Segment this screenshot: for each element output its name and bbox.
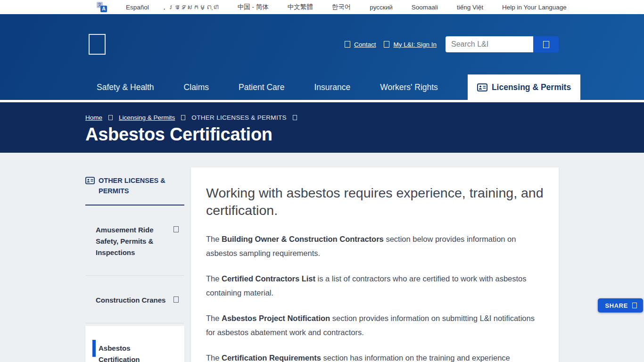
breadcrumb-separator-icon <box>181 115 185 120</box>
search-input[interactable] <box>446 36 533 52</box>
sidebar-header-label: OTHER LICENSES & PERMITS <box>99 175 184 197</box>
sidebar-item-label: Asbestos Certification <box>99 343 169 362</box>
id-card-icon <box>477 83 487 91</box>
page-title: Asbestos Certification <box>85 124 559 145</box>
breadcrumb-current: OTHER LICENSES & PERMITS <box>191 114 287 121</box>
breadcrumb-trailing-icon <box>293 115 297 120</box>
nav-active-label: Licensing & Permits <box>492 82 571 92</box>
lni-logo-placeholder[interactable] <box>89 34 106 55</box>
bold-term: Certification Requirements <box>222 354 321 362</box>
sidebar: OTHER LICENSES & PERMITS Amusement Ride … <box>85 153 184 362</box>
sidebar-item-label: Construction Cranes <box>96 295 165 306</box>
language-link-chinese-simplified[interactable]: 中国 - 简体 <box>238 3 269 11</box>
language-bar: 文 A Español ប្រទេសកម្ពុជា 中国 - 简体 中文繁體 한… <box>0 0 644 14</box>
language-link-korean[interactable]: 한국어 <box>332 3 351 11</box>
active-indicator-bar <box>92 340 96 357</box>
paragraph-certified-contractors: The Certified Contractors List is a list… <box>206 272 544 300</box>
nav-item-workers-rights[interactable]: Workers' Rights <box>380 74 438 100</box>
chevron-icon <box>173 296 179 303</box>
content-area: OTHER LICENSES & PERMITS Amusement Ride … <box>85 153 559 362</box>
breadcrumb: Home Licensing & Permits OTHER LICENSES … <box>85 102 559 121</box>
my-lni-sign-in-link[interactable]: My L&I: Sign In <box>393 41 437 48</box>
main-navigation: Safety & Health Claims Patient Care Insu… <box>85 74 559 100</box>
id-card-icon <box>85 177 95 184</box>
nav-item-patient-care[interactable]: Patient Care <box>239 74 284 100</box>
nav-item-licensing-permits-active[interactable]: Licensing & Permits <box>468 74 580 100</box>
contact-group: Contact <box>345 41 376 48</box>
nav-item-insurance[interactable]: Insurance <box>314 74 350 100</box>
signin-group: My L&I: Sign In <box>384 41 437 48</box>
share-icon <box>632 303 637 308</box>
breadcrumb-section-link[interactable]: Licensing & Permits <box>119 114 175 121</box>
search-button[interactable] <box>533 36 559 52</box>
translate-icon: 文 A <box>97 2 107 12</box>
sidebar-item-label: Amusement Ride Safety, Permits & Inspect… <box>96 224 166 258</box>
sidebar-item-asbestos-certification[interactable]: Asbestos Certification <box>85 326 184 362</box>
search-bar <box>446 36 559 52</box>
bold-term: Asbestos Project Notification <box>222 314 330 322</box>
breadcrumb-separator-icon <box>108 115 113 120</box>
sidebar-item-construction-cranes[interactable]: Construction Cranes <box>85 276 184 323</box>
content-heading: Working with asbestos requires experienc… <box>206 184 544 219</box>
site-header: Contact My L&I: Sign In Safety & Health … <box>0 14 644 100</box>
share-button[interactable]: SHARE <box>598 298 643 313</box>
language-link-vietnamese[interactable]: tiếng Việt <box>457 4 483 11</box>
page-hero: Home Licensing & Permits OTHER LICENSES … <box>0 102 644 153</box>
language-link-russian[interactable]: русский <box>370 4 392 11</box>
paragraph-project-notification: The Asbestos Project Notification sectio… <box>206 311 544 339</box>
sidebar-header: OTHER LICENSES & PERMITS <box>85 153 184 197</box>
sidebar-divider <box>85 323 184 323</box>
chevron-icon <box>173 226 179 232</box>
nav-item-claims[interactable]: Claims <box>184 74 209 100</box>
language-link-spanish[interactable]: Español <box>126 4 149 11</box>
main-content-card: Working with asbestos requires experienc… <box>191 167 559 362</box>
paragraph-certification-requirements: The Certification Requirements section h… <box>206 351 544 362</box>
language-link-somali[interactable]: Soomaali <box>412 4 438 11</box>
bold-term: Building Owner & Construction Contractor… <box>222 235 384 243</box>
sidebar-item-amusement-ride[interactable]: Amusement Ride Safety, Permits & Inspect… <box>85 206 184 275</box>
language-link-khmer[interactable]: ប្រទេសកម្ពុជា <box>168 4 219 11</box>
contact-icon <box>345 41 350 48</box>
paragraph-building-owner: The Building Owner & Construction Contra… <box>206 232 544 260</box>
share-button-label: SHARE <box>605 302 628 309</box>
nav-item-safety-health[interactable]: Safety & Health <box>97 74 154 100</box>
signin-icon <box>384 41 389 48</box>
language-link-chinese-traditional[interactable]: 中文繁體 <box>288 3 313 11</box>
help-in-your-language-link[interactable]: Help in Your Language <box>502 4 567 11</box>
bold-term: Certified Contractors List <box>222 274 315 283</box>
search-icon <box>543 41 549 48</box>
breadcrumb-home-link[interactable]: Home <box>85 114 102 121</box>
contact-link[interactable]: Contact <box>354 41 376 48</box>
